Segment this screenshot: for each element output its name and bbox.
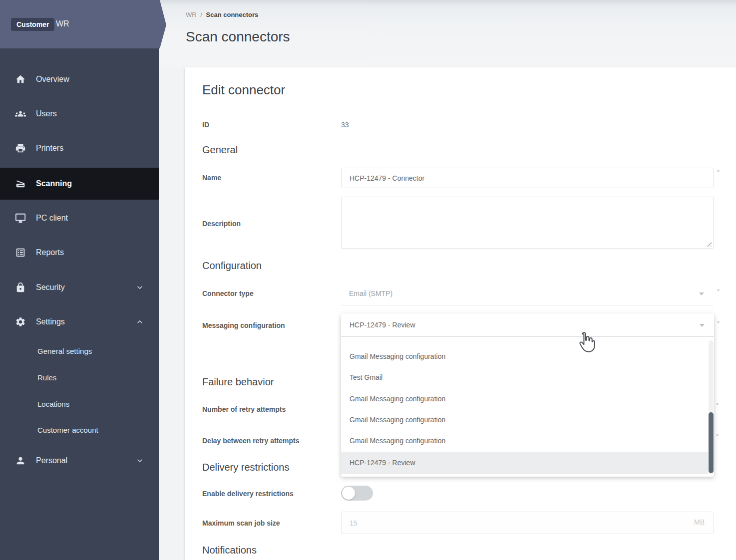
chevron-up-icon	[135, 317, 145, 327]
sidebar-item-scanning[interactable]: Scanning	[0, 168, 159, 200]
sidebar-item-settings[interactable]: Settings	[0, 311, 159, 333]
sidebar-item-label: Scanning	[36, 179, 72, 188]
gear-icon	[15, 316, 26, 327]
dropdown-scrollbar-thumb[interactable]	[709, 412, 714, 473]
required-marker: *	[717, 288, 720, 294]
home-icon	[15, 74, 26, 85]
scanner-icon	[15, 178, 26, 189]
sidebar-item-personal[interactable]: Personal	[0, 450, 159, 472]
toggle-knob	[342, 487, 355, 500]
sidebar-subitem-customer-account[interactable]: Customer account	[0, 421, 159, 439]
max-scan-size-unit: MB	[694, 518, 705, 526]
chevron-down-icon	[700, 324, 705, 327]
person-icon	[15, 455, 26, 466]
sidebar-item-pc-client[interactable]: PC client	[0, 207, 159, 229]
sidebar-item-label: Security	[36, 283, 65, 292]
connector-type-label: Connector type	[202, 288, 254, 298]
breadcrumb-separator: /	[200, 11, 202, 18]
retry-attempts-label: Number of retry attempts	[202, 404, 286, 414]
enable-delivery-label: Enable delivery restrictions	[202, 489, 294, 499]
messaging-config-dropdown: HCP-12479 - Review Gmail Messaging confi…	[341, 313, 714, 477]
description-label: Description	[202, 219, 241, 229]
connector-type-value: Email (SMTP)	[349, 289, 392, 297]
sidebar-item-security[interactable]: Security	[0, 277, 159, 298]
max-scan-size-input	[341, 512, 714, 534]
required-marker: *	[717, 320, 720, 326]
sidebar-item-label: Settings	[36, 317, 65, 326]
dropdown-option[interactable]: Gmail Messaging configuration	[341, 430, 708, 452]
id-label: ID	[202, 120, 209, 130]
sidebar-item-label: Printers	[36, 144, 63, 153]
dropdown-option-highlighted[interactable]: HCP-12479 - Review	[341, 452, 708, 474]
dropdown-option[interactable]: Test Gmail	[341, 367, 708, 388]
sidebar: Customer WR Overview Users Printers Scan…	[0, 0, 159, 560]
sidebar-item-overview[interactable]: Overview	[0, 68, 159, 90]
sidebar-subitem-locations[interactable]: Locations	[0, 395, 159, 413]
retry-delay-label: Delay between retry attempts	[202, 436, 300, 446]
lock-icon	[15, 282, 26, 293]
report-icon	[15, 247, 26, 258]
sidebar-item-label: Personal	[36, 456, 67, 465]
sidebar-subitem-general-settings[interactable]: General settings	[0, 342, 159, 360]
messaging-config-select[interactable]: HCP-12479 - Review	[341, 313, 714, 337]
section-configuration: Configuration	[202, 259, 262, 272]
sidebar-subitem-rules[interactable]: Rules	[0, 368, 159, 386]
sidebar-subitem-label: Locations	[37, 400, 69, 408]
dropdown-option[interactable]: Gmail Messaging configuration	[341, 388, 708, 410]
sidebar-item-reports[interactable]: Reports	[0, 242, 159, 264]
id-value: 33	[341, 120, 349, 130]
customer-badge: Customer	[11, 18, 54, 31]
required-marker: *	[716, 402, 719, 408]
breadcrumb-current: Scan connectors	[206, 11, 259, 18]
sidebar-subitem-label: General settings	[37, 347, 92, 355]
users-icon	[15, 108, 26, 119]
customer-name: WR	[56, 19, 69, 28]
enable-delivery-toggle[interactable]	[341, 486, 373, 501]
connector-type-select: Email (SMTP)	[341, 282, 714, 305]
sidebar-item-printers[interactable]: Printers	[0, 137, 159, 159]
printer-icon	[15, 143, 26, 154]
sidebar-item-users[interactable]: Users	[0, 103, 159, 125]
card-title: Edit connector	[202, 82, 285, 98]
messaging-config-label: Messaging configuration	[202, 320, 285, 330]
max-scan-size-label: Maximum scan job size	[202, 518, 280, 528]
monitor-icon	[15, 213, 26, 224]
description-textarea[interactable]	[341, 197, 714, 249]
sidebar-item-label: PC client	[36, 214, 68, 223]
section-delivery-restrictions: Delivery restrictions	[202, 461, 289, 474]
sidebar-header: Customer WR	[0, 0, 167, 48]
page-header: WR / Scan connectors Scan connectors	[159, 0, 736, 67]
edit-connector-card: Edit connector ID 33 General Name * Desc…	[185, 67, 736, 560]
section-failure-behavior: Failure behavior	[202, 375, 274, 388]
required-marker: *	[717, 169, 720, 175]
name-input[interactable]	[341, 168, 714, 188]
dropdown-option[interactable]: Gmail Messaging configuration	[341, 409, 708, 431]
sidebar-item-label: Reports	[36, 248, 64, 257]
main-content: WR / Scan connectors Scan connectors Edi…	[159, 0, 736, 560]
chevron-down-icon	[135, 456, 145, 466]
page-title: Scan connectors	[186, 29, 290, 45]
chevron-down-icon	[135, 282, 145, 292]
sidebar-item-label: Users	[36, 109, 57, 118]
chevron-down-icon	[699, 292, 704, 295]
messaging-config-value: HCP-12479 - Review	[350, 321, 415, 329]
required-marker: *	[716, 433, 719, 439]
name-label: Name	[202, 173, 221, 183]
breadcrumb: WR / Scan connectors	[186, 11, 258, 18]
sidebar-subitem-label: Customer account	[37, 426, 98, 434]
section-notifications: Notifications	[202, 544, 257, 557]
section-general: General	[202, 143, 238, 156]
sidebar-subitem-label: Rules	[37, 373, 56, 382]
breadcrumb-root-link[interactable]: WR	[186, 11, 197, 18]
dropdown-option[interactable]: Gmail Messaging configuration	[341, 346, 708, 367]
sidebar-item-label: Overview	[36, 75, 69, 84]
